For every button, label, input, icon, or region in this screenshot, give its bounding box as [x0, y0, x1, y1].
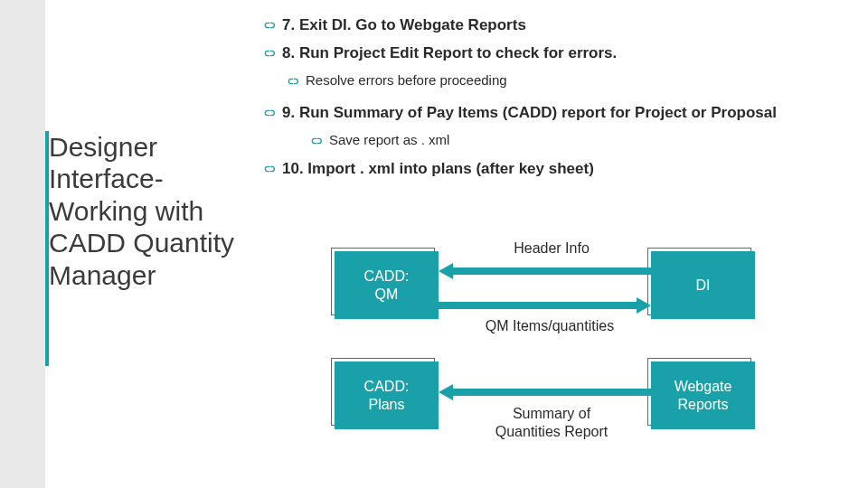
label-header-info: Header Info: [479, 240, 624, 257]
bullet-9-text: 9. Run Summary of Pay Items (CADD) repor…: [282, 104, 777, 122]
link-icon: [262, 163, 277, 179]
link-icon: [262, 107, 277, 123]
bullet-8a-text: Resolve errors before proceeding: [306, 72, 507, 88]
bullet-7-text: 7. Exit DI. Go to Webgate Reports: [282, 16, 526, 34]
arrow-left-bottom: [439, 381, 651, 403]
slide-title: Designer Interface- Working with CADD Qu…: [49, 131, 243, 291]
bullet-10: 10. Import . xml into plans (after key s…: [262, 160, 850, 179]
svg-marker-1: [439, 297, 651, 314]
box-cadd-plans: CADD: Plans: [335, 361, 439, 429]
bullet-9a: Save report as . xml: [262, 132, 850, 151]
label-qm-items: QM Items/quantities: [459, 318, 640, 334]
box-di: DI: [651, 251, 755, 319]
svg-marker-2: [439, 384, 651, 400]
link-icon: [309, 135, 324, 151]
box-webgate-reports: Webgate Reports: [651, 361, 755, 429]
link-icon: [286, 75, 300, 91]
flow-diagram: CADD: QM DI CADD: Plans Webgate Reports …: [289, 235, 832, 470]
link-icon: [262, 19, 277, 35]
svg-marker-0: [439, 263, 651, 279]
bullet-8: 8. Run Project Edit Report to check for …: [262, 44, 850, 63]
bullet-10-text: 10. Import . xml into plans (after key s…: [282, 160, 594, 178]
left-stripe: [0, 0, 45, 488]
box-cadd-qm: CADD: QM: [335, 251, 439, 319]
label-summary-report: Summary of Quantities Report: [470, 405, 633, 441]
link-icon: [262, 47, 277, 63]
bullet-9: 9. Run Summary of Pay Items (CADD) repor…: [262, 104, 850, 123]
bullet-9a-text: Save report as . xml: [329, 132, 449, 147]
bullet-8-text: 8. Run Project Edit Report to check for …: [282, 44, 617, 62]
arrow-left-top: [439, 260, 651, 282]
bullet-7: 7. Exit DI. Go to Webgate Reports: [262, 16, 850, 35]
bullet-8a: Resolve errors before proceeding: [262, 72, 850, 91]
content-area: 7. Exit DI. Go to Webgate Reports 8. Run…: [262, 16, 850, 188]
arrow-right-mid: [439, 295, 651, 316]
